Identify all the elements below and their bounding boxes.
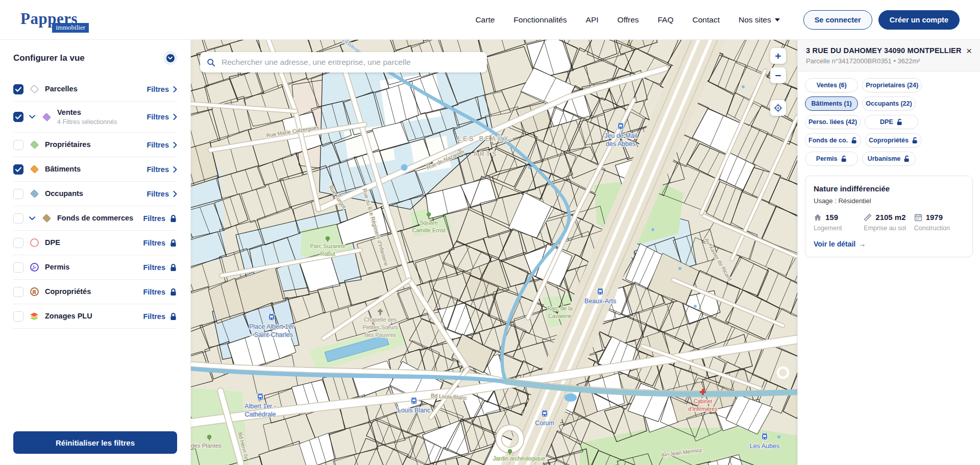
- lock-open-icon: [903, 155, 910, 162]
- nav-link-faq[interactable]: FAQ: [658, 15, 674, 25]
- nav-link-fonctionnalites[interactable]: Fonctionnalités: [513, 15, 567, 25]
- reset-filters-button[interactable]: Réinitialiser les filtres: [13, 431, 177, 454]
- tab-perso-liees-42[interactable]: Perso. liées (42): [805, 115, 861, 129]
- map-label: LES BEAUX-: [458, 135, 514, 142]
- layer-sublabel: 4 Filtres sélectionnés: [57, 118, 141, 126]
- tab-ventes-6[interactable]: Ventes (6): [805, 78, 858, 92]
- stat-label: Logement: [814, 225, 864, 232]
- layer-checkbox[interactable]: [13, 262, 23, 273]
- filters-link-occupants[interactable]: Filtres: [146, 190, 177, 198]
- tab-label: Occupants (22): [866, 100, 912, 107]
- locate-button[interactable]: [770, 100, 786, 116]
- map-label: Rabut: [320, 251, 335, 257]
- tab-urbanisme[interactable]: Urbanisme: [862, 152, 915, 166]
- layer-checkbox[interactable]: [13, 112, 23, 122]
- layer-checkbox[interactable]: [13, 140, 23, 150]
- tab-occupants-22[interactable]: Occupants (22): [862, 96, 915, 111]
- tab-label: Perso. liées (42): [808, 118, 857, 126]
- zoom-in-button[interactable]: +: [770, 48, 786, 64]
- map-label: Place Albert 1er: [249, 323, 294, 330]
- layer-checkbox[interactable]: [13, 238, 23, 248]
- lock-open-icon: [851, 137, 857, 144]
- filters-link-coproprietes[interactable]: Filtres: [143, 288, 177, 296]
- close-panel-button[interactable]: ×: [964, 44, 974, 58]
- layer-checkbox[interactable]: [13, 213, 23, 224]
- layer-row-proprietaires: PropriétairesFiltres: [13, 133, 177, 157]
- nav-link-carte[interactable]: Carte: [475, 15, 495, 25]
- search-input[interactable]: [220, 57, 480, 67]
- map-label: Chapelle des: [364, 316, 397, 323]
- filters-link-batiments[interactable]: Filtres: [146, 165, 177, 174]
- tab-batiments-1[interactable]: Bâtiments (1): [805, 96, 858, 111]
- map-label: Corum: [535, 420, 554, 427]
- top-nav: Pappers immobilier CarteFonctionnalitésA…: [0, 0, 980, 40]
- layer-checkbox[interactable]: [13, 164, 23, 175]
- panel-title: 3 RUE DU DAHOMEY 34090 MONTPELLIER: [806, 46, 972, 55]
- search-icon: [207, 58, 215, 67]
- card-stats: 159Logement2105 m2Emprise au sol1979Cons…: [814, 213, 964, 232]
- nav-link-api[interactable]: API: [586, 15, 599, 25]
- stat-value: 159: [825, 213, 838, 222]
- detail-link[interactable]: Voir le détail →: [814, 240, 866, 248]
- filters-link-proprietaires[interactable]: Filtres: [146, 141, 177, 149]
- layer-checkbox[interactable]: [13, 311, 23, 322]
- map-label: Les Aubes: [750, 443, 779, 450]
- tab-coproprietes[interactable]: Copropriétés: [865, 133, 922, 148]
- chevron-down-icon[interactable]: [29, 216, 36, 221]
- nav-link-contact[interactable]: Contact: [693, 15, 720, 25]
- map-label: Camille Ernst: [412, 227, 445, 233]
- tab-label: Urbanisme: [868, 155, 901, 162]
- map-controls: + −: [770, 48, 786, 116]
- tab-label: Proprietaires (24): [866, 82, 918, 89]
- brand-sub: immobilier: [52, 23, 89, 33]
- nav-dropdown-nos-sites[interactable]: Nos sites: [739, 15, 780, 25]
- tab-fonds-de-co[interactable]: Fonds de co.: [805, 133, 861, 148]
- caret-down-icon: [775, 18, 780, 21]
- signup-button[interactable]: Créer un compte: [878, 10, 960, 30]
- stat-value: 2105 m2: [875, 213, 905, 222]
- filters-link-parcelles[interactable]: Filtres: [146, 85, 177, 93]
- layer-checkbox[interactable]: [13, 84, 23, 94]
- tab-dpe[interactable]: DPE: [865, 115, 918, 129]
- ventes-layer-icon: [41, 114, 52, 120]
- tab-permis[interactable]: Permis: [805, 152, 858, 166]
- zoom-out-button[interactable]: −: [770, 67, 786, 83]
- stat-label: Construction: [914, 225, 964, 232]
- lock-icon: [169, 263, 177, 272]
- filters-link-ventes[interactable]: Filtres: [146, 113, 177, 121]
- map-label: Albert 1er -: [244, 403, 276, 410]
- collapse-sidebar-button[interactable]: [163, 51, 177, 65]
- layer-row-coproprietes: CopropriétésFiltres: [13, 280, 177, 304]
- stat-label: Emprise au sol: [864, 225, 914, 232]
- sidebar-title: Configurer la vue: [13, 53, 85, 63]
- stat-construction: 1979Construction: [914, 213, 964, 232]
- chevron-down-icon[interactable]: [29, 115, 36, 119]
- map-canvas[interactable]: Le VerdansonRue de NazarethRue Marie Cal…: [191, 40, 797, 465]
- filters-link-fonds-de-commerces[interactable]: Filtres: [143, 214, 177, 223]
- lock-icon: [169, 312, 177, 321]
- tab-label: Copropriétés: [869, 137, 909, 144]
- tram-icon: [597, 288, 604, 296]
- login-button[interactable]: Se connecter: [803, 10, 872, 30]
- nav-link-offres[interactable]: Offres: [618, 15, 639, 25]
- filters-label: Filtres: [146, 141, 169, 149]
- filters-link-dpe[interactable]: Filtres: [143, 239, 177, 247]
- tram-icon: [268, 313, 275, 321]
- layer-checkbox[interactable]: [13, 189, 23, 199]
- tab-label: Ventes (6): [817, 82, 847, 89]
- layer-checkbox[interactable]: [13, 287, 23, 297]
- layer-row-zonages-plu: Zonages PLUFiltres: [13, 304, 177, 329]
- filters-link-permis[interactable]: Filtres: [143, 263, 177, 272]
- map-label: Beaux-Arts: [584, 298, 616, 305]
- panel-tabs: Ventes (6)Proprietaires (24)Bâtiments (1…: [798, 71, 980, 173]
- chevron-right-icon: [173, 191, 177, 197]
- tab-proprietaires-24[interactable]: Proprietaires (24): [862, 78, 922, 92]
- map-label: Cathédrale: [244, 411, 276, 418]
- lock-icon: [169, 239, 177, 247]
- layer-row-dpe: DPEFiltres: [13, 231, 177, 255]
- brand-logo[interactable]: Pappers immobilier: [20, 10, 78, 28]
- layer-label: Bâtiments: [45, 165, 141, 174]
- map-label: des Plantes: [191, 443, 222, 449]
- filters-label: Filtres: [143, 239, 165, 247]
- filters-link-zonages-plu[interactable]: Filtres: [143, 312, 177, 321]
